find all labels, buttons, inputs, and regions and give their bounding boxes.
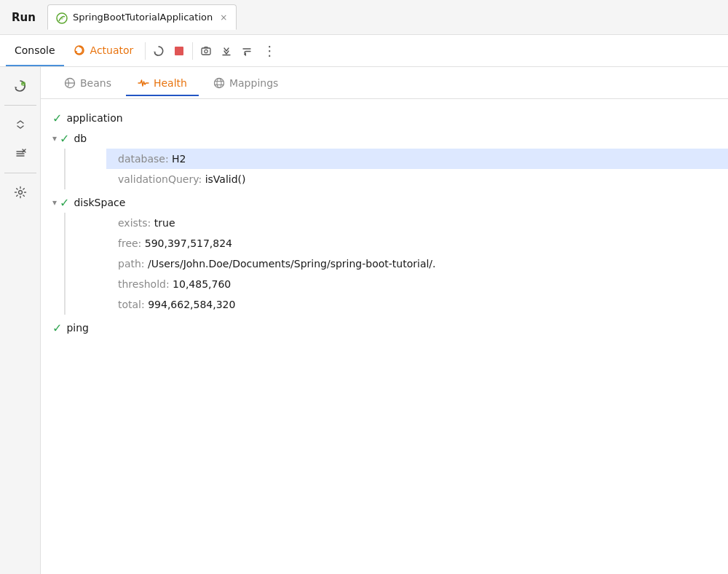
db-name: db xyxy=(74,133,87,144)
toolbar-sep-2 xyxy=(192,42,193,60)
soft-wrap-icon[interactable] xyxy=(237,41,257,61)
diskspace-name: diskSpace xyxy=(74,197,125,208)
db-database-value: H2 xyxy=(172,153,186,165)
diskspace-row[interactable]: ▾ ✓ diskSpace xyxy=(41,192,728,213)
db-validation-value: isValid() xyxy=(205,173,246,185)
console-tab[interactable]: Console xyxy=(6,35,64,66)
health-data-area: ✓ application ▾ ✓ db database: H2 valida… xyxy=(41,99,728,574)
beans-tab-label: Beans xyxy=(80,77,111,89)
svg-marker-10 xyxy=(15,87,17,89)
main-area: ✓ xyxy=(0,67,728,574)
settings-icon[interactable] xyxy=(7,179,33,205)
mappings-tab-icon xyxy=(213,76,225,89)
beans-tab[interactable]: Beans xyxy=(52,71,123,96)
diskspace-check-icon: ✓ xyxy=(60,196,69,210)
diskspace-threshold-key: threshold: xyxy=(118,278,173,290)
stop-toolbar-icon[interactable] xyxy=(169,41,189,61)
diskspace-exists-value: true xyxy=(154,217,175,229)
more-options-icon[interactable]: ⋮ xyxy=(257,43,282,58)
svg-text:✓: ✓ xyxy=(21,82,24,87)
db-validation-key: validationQuery: xyxy=(118,173,205,185)
app-tab[interactable]: SpringBootTutorialApplication × xyxy=(47,4,237,30)
svg-point-7 xyxy=(205,50,207,52)
diskspace-exists-key: exists: xyxy=(118,217,154,229)
console-label: Console xyxy=(15,44,55,56)
ping-name: ping xyxy=(66,322,89,334)
svg-marker-4 xyxy=(154,51,157,53)
refresh-sidebar-icon[interactable]: ✓ xyxy=(7,73,33,99)
application-check-icon: ✓ xyxy=(52,111,62,125)
db-validation-row[interactable]: validationQuery: isValid() xyxy=(106,169,728,189)
sidebar-divider-2 xyxy=(4,173,36,173)
expand-icon[interactable] xyxy=(7,111,33,138)
svg-rect-5 xyxy=(175,47,183,55)
tab-close-icon[interactable]: × xyxy=(220,12,227,23)
health-tab-label: Health xyxy=(154,77,187,89)
db-children: database: H2 validationQuery: isValid() xyxy=(64,149,728,189)
diskspace-total-key: total: xyxy=(118,299,148,310)
diskspace-path-key: path: xyxy=(118,258,148,270)
collapse-icon[interactable] xyxy=(7,141,33,167)
svg-point-1 xyxy=(60,17,63,20)
tab-title: SpringBootTutorialApplication xyxy=(73,12,213,23)
toolbar: Console Actuator xyxy=(0,35,728,67)
title-bar: Run SpringBootTutorialApplication × xyxy=(0,0,728,35)
db-row[interactable]: ▾ ✓ db xyxy=(41,128,728,149)
actuator-tab[interactable]: Actuator xyxy=(64,35,143,66)
beans-tab-icon xyxy=(64,76,76,89)
actuator-tabs: Beans Health xyxy=(41,67,728,99)
screenshot-icon[interactable] xyxy=(196,41,216,61)
diskspace-threshold-row[interactable]: threshold: 10,485,760 xyxy=(106,274,728,294)
application-name: application xyxy=(66,112,122,124)
run-label: Run xyxy=(12,11,36,24)
toolbar-sep-1 xyxy=(145,42,146,60)
db-database-key: database: xyxy=(118,153,172,165)
svg-point-22 xyxy=(217,79,221,88)
diskspace-free-value: 590,397,517,824 xyxy=(145,237,232,249)
diskspace-path-value: /Users/John.Doe/Documents/Spring/spring-… xyxy=(148,258,436,270)
svg-rect-6 xyxy=(202,48,210,55)
scroll-to-end-icon[interactable] xyxy=(216,41,237,61)
sidebar-divider-1 xyxy=(4,105,36,106)
svg-point-21 xyxy=(214,79,223,88)
ping-check-icon: ✓ xyxy=(52,321,62,335)
refresh-toolbar-icon[interactable] xyxy=(149,41,169,61)
health-tab[interactable]: Health xyxy=(126,71,199,96)
diskspace-threshold-value: 10,485,760 xyxy=(173,278,231,290)
diskspace-free-row[interactable]: free: 590,397,517,824 xyxy=(106,233,728,253)
db-chevron-icon: ▾ xyxy=(52,133,57,144)
diskspace-children: exists: true free: 590,397,517,824 path:… xyxy=(64,213,728,315)
application-row[interactable]: ✓ application xyxy=(41,108,728,128)
db-database-row[interactable]: database: H2 xyxy=(106,149,728,169)
actuator-label: Actuator xyxy=(90,44,134,56)
diskspace-chevron-icon: ▾ xyxy=(52,197,57,208)
diskspace-total-row[interactable]: total: 994,662,584,320 xyxy=(106,294,728,315)
left-sidebar: ✓ xyxy=(0,67,41,574)
diskspace-exists-row[interactable]: exists: true xyxy=(106,213,728,233)
actuator-icon xyxy=(73,43,86,57)
svg-point-18 xyxy=(18,191,22,194)
mappings-tab[interactable]: Mappings xyxy=(202,71,290,96)
ping-row[interactable]: ✓ ping xyxy=(41,318,728,338)
diskspace-total-value: 994,662,584,320 xyxy=(148,299,235,310)
content-panel: Beans Health xyxy=(41,67,728,574)
health-tab-icon xyxy=(138,76,149,89)
diskspace-path-row[interactable]: path: /Users/John.Doe/Documents/Spring/s… xyxy=(106,253,728,274)
diskspace-free-key: free: xyxy=(118,237,145,249)
db-check-icon: ✓ xyxy=(60,132,69,146)
mappings-tab-label: Mappings xyxy=(229,77,278,89)
spring-leaf-icon xyxy=(55,9,68,25)
